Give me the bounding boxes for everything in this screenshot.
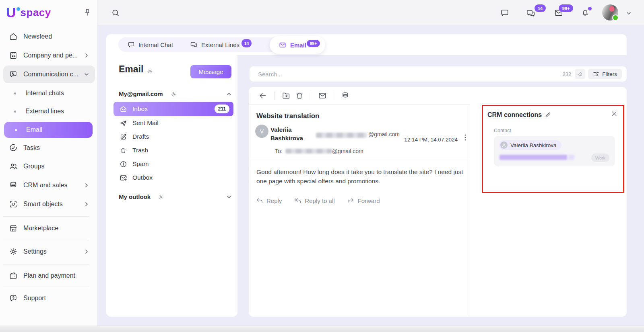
gear-icon[interactable] bbox=[147, 68, 153, 74]
people-icon bbox=[9, 162, 18, 171]
recipient-row: To: @gmail.com bbox=[275, 148, 363, 154]
chats-icon[interactable] bbox=[526, 9, 535, 18]
folder-label: Drafts bbox=[132, 133, 149, 140]
reply-all-button[interactable]: Reply to all bbox=[294, 197, 334, 205]
help-bubble-icon bbox=[9, 294, 18, 303]
divider bbox=[334, 92, 334, 100]
pin-sidebar-icon[interactable] bbox=[83, 8, 92, 17]
paper-plane-icon bbox=[120, 119, 127, 127]
reply-all-icon bbox=[294, 197, 301, 205]
sidebar-item-communication[interactable]: Communication c... bbox=[3, 66, 95, 83]
mark-unread-icon[interactable] bbox=[318, 91, 327, 100]
sender-avatar: V bbox=[255, 125, 268, 138]
edit-pencil-icon[interactable] bbox=[545, 111, 551, 118]
gear-icon[interactable] bbox=[158, 194, 164, 200]
folder-drafts[interactable]: Drafts bbox=[114, 130, 233, 143]
trash-icon[interactable] bbox=[295, 91, 304, 100]
sidebar-item-support[interactable]: Support bbox=[3, 289, 95, 307]
sidebar-item-label: Newsfeed bbox=[23, 33, 95, 40]
contact-section-label: Contact bbox=[494, 128, 511, 133]
logo-text: spacy bbox=[21, 6, 51, 18]
sidebar-item-label: Settings bbox=[23, 248, 84, 255]
sidebar-item-smart-objects[interactable]: Smart objects bbox=[3, 195, 95, 213]
crm-panel-title: CRM connections bbox=[487, 111, 542, 119]
redacted-contact-email-tail bbox=[568, 155, 574, 160]
sidebar-item-email[interactable]: Email bbox=[4, 122, 93, 138]
sidebar-item-label: Company and pe... bbox=[23, 52, 84, 59]
folder-inbox[interactable]: Inbox 211 bbox=[114, 102, 233, 116]
folder-spam[interactable]: Spam bbox=[114, 157, 233, 171]
chevron-down-icon[interactable] bbox=[226, 194, 232, 200]
sender-first-name: Valeriia bbox=[270, 125, 303, 134]
storefront-icon bbox=[9, 224, 18, 233]
sidebar-item-internal-chats[interactable]: Internal chats bbox=[3, 84, 95, 102]
clear-search-button[interactable] bbox=[575, 69, 585, 79]
forward-button[interactable]: Forward bbox=[347, 197, 380, 205]
close-icon[interactable] bbox=[611, 110, 618, 117]
mail-folder-panel: Email Message My@gmail.com Inbox 211 Sen… bbox=[106, 55, 237, 317]
tab-email[interactable]: Email 99+ bbox=[270, 36, 325, 54]
back-arrow-icon[interactable] bbox=[258, 91, 267, 100]
reply-all-label: Reply to all bbox=[305, 197, 334, 204]
sidebar-item-label: External lines bbox=[25, 108, 95, 115]
forward-icon bbox=[347, 197, 355, 205]
email-card-body: Website translation V Valeriia Bashkirov… bbox=[249, 105, 627, 317]
redacted-contact-email bbox=[500, 155, 567, 160]
sidebar-item-groups[interactable]: Groups bbox=[3, 158, 95, 175]
folder-trash[interactable]: Trash bbox=[114, 143, 233, 157]
inbox-count-badge: 211 bbox=[215, 105, 229, 113]
contact-chip[interactable]: Valeriia Bashkirova bbox=[499, 140, 561, 150]
account-name[interactable]: My@gmail.com bbox=[119, 90, 163, 97]
mail-badge: 99+ bbox=[559, 4, 573, 12]
chevron-down-icon[interactable] bbox=[626, 10, 632, 16]
bullet-icon bbox=[14, 111, 16, 113]
mail-icon bbox=[279, 41, 286, 49]
search-icon[interactable] bbox=[111, 8, 120, 17]
uspacy-logo[interactable]: U spacy bbox=[6, 6, 51, 18]
envelope-arrow-icon bbox=[120, 174, 127, 182]
tab-internal-chat[interactable]: Internal Chat bbox=[128, 37, 173, 52]
chevron-right-icon bbox=[84, 53, 89, 58]
filters-button[interactable]: Filters bbox=[588, 69, 622, 79]
divider bbox=[249, 159, 470, 159]
crm-link-icon[interactable] bbox=[341, 91, 350, 100]
tab-label: External Lines bbox=[201, 41, 239, 48]
sidebar-item-settings[interactable]: Settings bbox=[3, 243, 95, 260]
sidebar-item-label: Support bbox=[23, 295, 95, 302]
move-to-folder-icon[interactable] bbox=[282, 91, 291, 100]
sidebar: U spacy Newsfeed Company and pe... Commu… bbox=[0, 0, 97, 326]
divider bbox=[3, 264, 89, 264]
sidebar-item-plan-payment[interactable]: Plan and payment bbox=[3, 267, 95, 285]
wallet-icon bbox=[9, 271, 18, 280]
sidebar-item-company[interactable]: Company and pe... bbox=[3, 47, 95, 64]
folder-sent[interactable]: Sent Mail bbox=[114, 116, 233, 130]
message-button[interactable]: Message bbox=[190, 65, 231, 78]
email-reading-pane: Website translation V Valeriia Bashkirov… bbox=[249, 105, 470, 317]
gear-icon bbox=[9, 247, 18, 256]
panel-title: Email bbox=[119, 64, 143, 75]
sidebar-item-crm[interactable]: CRM and sales bbox=[3, 176, 95, 194]
reply-button[interactable]: Reply bbox=[256, 197, 282, 205]
sidebar-item-newsfeed[interactable]: Newsfeed bbox=[3, 28, 95, 45]
folder-outbox[interactable]: Outbox bbox=[114, 171, 233, 184]
chevron-up-icon[interactable] bbox=[226, 91, 232, 97]
sidebar-item-label: Groups bbox=[23, 163, 95, 170]
filters-label: Filters bbox=[602, 71, 617, 77]
avatar[interactable] bbox=[602, 4, 618, 20]
tab-external-lines[interactable]: External Lines bbox=[190, 37, 239, 52]
alert-circle-icon bbox=[120, 160, 127, 168]
gear-icon[interactable] bbox=[171, 91, 177, 97]
account-name[interactable]: My outlook bbox=[119, 193, 151, 200]
search-input[interactable] bbox=[258, 71, 563, 78]
chat-icon bbox=[128, 41, 135, 48]
kebab-menu-icon[interactable] bbox=[462, 133, 468, 141]
sidebar-item-tasks[interactable]: Tasks bbox=[3, 139, 95, 157]
logo-letter: U bbox=[6, 6, 16, 18]
chat-icon[interactable] bbox=[500, 8, 509, 17]
folder-label: Spam bbox=[132, 160, 149, 168]
sidebar-item-label: Smart objects bbox=[23, 201, 84, 208]
notification-dot bbox=[588, 7, 592, 10]
building-icon bbox=[9, 51, 18, 60]
sidebar-item-marketplace[interactable]: Marketplace bbox=[3, 219, 95, 237]
sidebar-item-external-lines[interactable]: External lines bbox=[3, 102, 95, 120]
